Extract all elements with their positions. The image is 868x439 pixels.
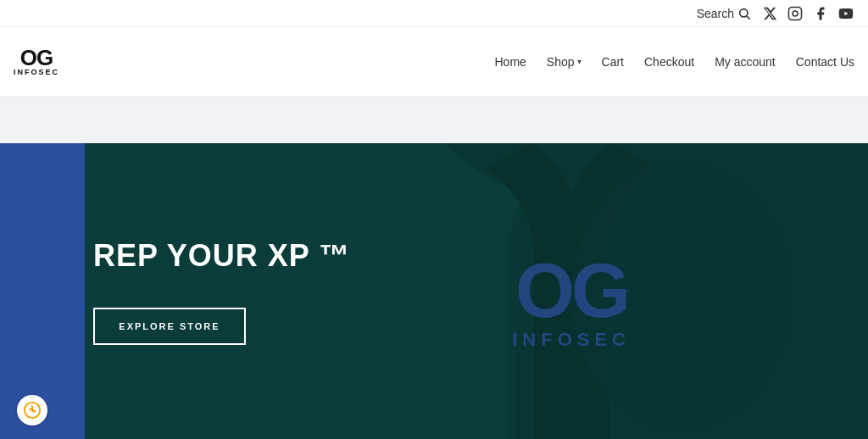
facebook-icon[interactable] [812, 5, 829, 22]
nav-shop[interactable]: Shop ▾ [547, 55, 581, 69]
svg-point-0 [740, 8, 748, 16]
search-icon [737, 7, 751, 20]
main-nav: Home Shop ▾ Cart Checkout My account Con… [494, 55, 854, 69]
nav-home[interactable]: Home [494, 55, 526, 69]
search-label: Search [697, 7, 734, 20]
logo[interactable]: OG INFOSEC [14, 47, 59, 76]
nav-checkout[interactable]: Checkout [644, 55, 694, 69]
svg-line-1 [747, 16, 750, 19]
shop-dropdown-arrow: ▾ [577, 57, 581, 66]
badge-icon [23, 401, 42, 420]
explore-store-button[interactable]: EXPLORE STORE [93, 308, 246, 345]
hero-logo-og: OG [512, 252, 631, 328]
logo-infosec: INFOSEC [14, 69, 59, 76]
hero-logo-infosec: INFOSEC [512, 328, 631, 350]
hero-section: REP YOUR XP ™ EXPLORE STORE OG INFOSEC [0, 143, 868, 439]
youtube-icon[interactable] [837, 5, 854, 22]
nav-contact-us[interactable]: Contact Us [796, 55, 854, 69]
search-area[interactable]: Search [697, 7, 751, 20]
header: OG INFOSEC Home Shop ▾ Cart Checkout My … [0, 27, 868, 97]
svg-point-3 [793, 11, 798, 16]
top-bar: Search [0, 0, 868, 27]
spacer-bar [0, 97, 868, 143]
twitter-icon[interactable] [761, 5, 778, 22]
svg-point-4 [798, 9, 799, 10]
social-icons [761, 5, 854, 22]
nav-my-account[interactable]: My account [715, 55, 776, 69]
hero-brand-logo: OG INFOSEC [512, 252, 631, 350]
hero-title: REP YOUR XP ™ [93, 238, 350, 274]
logo-og: OG [20, 47, 53, 69]
hero-content: REP YOUR XP ™ EXPLORE STORE [0, 238, 350, 345]
floating-badge-icon[interactable] [17, 395, 47, 425]
nav-cart[interactable]: Cart [602, 55, 624, 69]
instagram-icon[interactable] [787, 5, 804, 22]
svg-rect-2 [789, 7, 802, 19]
